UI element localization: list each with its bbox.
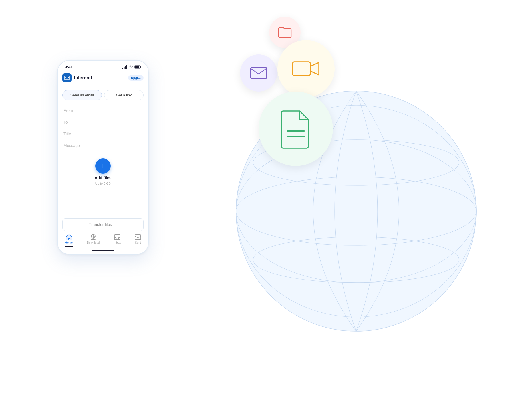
nav-home[interactable]: Home [65, 234, 73, 247]
upgrade-badge[interactable]: Upgr... [128, 75, 144, 81]
sent-icon [135, 234, 141, 240]
form-fields: From To Title Message [62, 105, 144, 151]
add-files-button[interactable]: + [95, 158, 111, 174]
document-icon [279, 109, 313, 149]
svg-rect-15 [126, 65, 127, 69]
home-icon [66, 234, 72, 240]
logo-icon-svg [64, 76, 70, 80]
email-icon [250, 66, 267, 80]
video-circle [277, 40, 335, 97]
field-title[interactable]: Title [62, 128, 144, 140]
wifi-icon [128, 65, 133, 69]
field-from[interactable]: From [62, 105, 144, 116]
add-files-label: Add files [94, 175, 111, 180]
svg-rect-17 [140, 66, 141, 68]
status-icons [122, 65, 141, 69]
video-icon [292, 58, 320, 79]
nav-download-label: Download [87, 241, 100, 244]
nav-sent[interactable]: Sent [135, 234, 141, 247]
svg-rect-12 [122, 68, 123, 69]
add-files-sublabel: Up to 5 GB [95, 182, 111, 185]
document-circle [259, 92, 333, 166]
field-message[interactable]: Message [62, 140, 144, 151]
tab-get-link[interactable]: Get a link [104, 90, 144, 100]
svg-rect-14 [125, 66, 126, 69]
battery-icon [134, 65, 141, 69]
svg-rect-13 [124, 67, 125, 69]
nav-inbox-label: Inbox [114, 241, 121, 244]
home-indicator [92, 250, 114, 251]
status-bar: 9:41 [58, 61, 148, 71]
nav-active-indicator [65, 246, 73, 247]
add-files-section: + Add files Up to 5 GB [62, 151, 144, 190]
send-tabs: Send as email Get a link [62, 90, 144, 100]
phone-nav: Home Download [58, 231, 148, 249]
svg-rect-9 [293, 62, 310, 76]
nav-sent-label: Sent [135, 241, 141, 244]
transfer-button[interactable]: Transfer files → [62, 218, 144, 231]
folder-icon [277, 26, 292, 39]
field-to[interactable]: To [62, 116, 144, 128]
tab-send-email[interactable]: Send as email [62, 90, 102, 100]
nav-inbox[interactable]: Inbox [114, 234, 121, 247]
logo-text: Filemail [74, 75, 92, 81]
download-icon [90, 234, 96, 240]
time-display: 9:41 [65, 65, 73, 69]
signal-icon [122, 65, 127, 69]
svg-rect-22 [135, 235, 141, 240]
filemail-logo: Filemail [62, 73, 92, 82]
nav-download[interactable]: Download [87, 234, 100, 247]
phone-mockup: 9:41 [57, 60, 149, 255]
inbox-icon [114, 234, 120, 240]
email-circle [240, 54, 277, 92]
phone-content: Send as email Get a link From To Title M… [58, 86, 148, 218]
app-header: Filemail Upgr... [58, 71, 148, 86]
logo-icon-box [62, 73, 72, 82]
svg-rect-18 [135, 66, 139, 68]
nav-home-label: Home [65, 241, 73, 244]
scene: 9:41 [0, 0, 532, 412]
svg-rect-8 [251, 67, 267, 79]
